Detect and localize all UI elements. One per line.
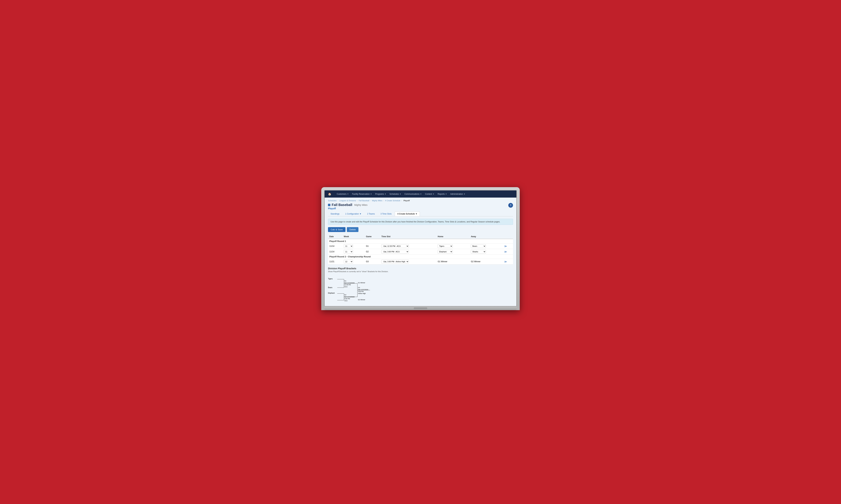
g1-home-cell: Tigers Bears Elephant Sharks	[436, 244, 469, 249]
round2-header: Playoff Round 2 - Championship Round	[328, 254, 513, 259]
breadcrumb-current: Playoff	[404, 200, 410, 202]
g1-location: ACU	[344, 286, 355, 288]
breadcrumb-fall-baseball[interactable]: Fall Baseball	[359, 200, 370, 202]
g2-timeslot-select[interactable]: -Sat, 3:00 PM - ACU -Sat, 12:30 PM - ACU…	[381, 250, 409, 253]
g3-timeslot-cell: -Sat, 3:00 PM - Airline High -Sat, 12:30…	[380, 259, 436, 265]
brackets-title: Division Playoff Brackets	[328, 267, 513, 270]
laptop-outer: 🏠 Customers ▼ Facility Reservation ▼ Pro…	[321, 187, 520, 310]
tab-teams[interactable]: 2 Teams	[365, 212, 377, 216]
table-row-g1: 11/14 11 12 G1 -Sat, 12:30 PM - ACU	[328, 244, 513, 249]
nav-reports[interactable]: Reports ▼	[436, 191, 449, 198]
create-schedule-caret: ▼	[415, 213, 417, 215]
g1-week-cell: 11 12	[342, 244, 365, 249]
help-button[interactable]: ?	[508, 203, 513, 208]
g2-away-select[interactable]: Sharks Tigers Bears Elephant	[471, 250, 486, 253]
app-title: Fall Baseball	[332, 203, 352, 207]
config-caret: ▼	[359, 213, 361, 215]
calc-save-button[interactable]: Calc & Save	[328, 227, 345, 232]
g1-timeslot-select[interactable]: -Sat, 12:30 PM - ACU -Sat, 3:00 PM - ACU…	[381, 244, 409, 248]
schedules-caret: ▼	[400, 193, 401, 195]
g2-label: G2	[344, 294, 355, 296]
g2-home-select[interactable]: Elephant Tigers Bears Sharks	[437, 250, 453, 253]
bears-label: Bears	[328, 287, 332, 288]
breadcrumb: Schedules › Leagues & Divisions › Fall B…	[328, 200, 513, 202]
g1-date: 11/14	[328, 244, 342, 249]
g2-expand: ≫	[503, 249, 513, 254]
tab-configuration[interactable]: 1 Configuration ▼	[343, 212, 364, 216]
g3-label: G3	[358, 287, 368, 289]
breadcrumb-leagues[interactable]: Leagues & Divisions	[339, 200, 356, 202]
nav-communications[interactable]: Communications ▼	[403, 191, 423, 198]
g1-game: G1	[365, 244, 380, 249]
g2-location: ACU	[344, 300, 355, 302]
nav-programs[interactable]: Programs ▼	[374, 191, 388, 198]
g2-bracket-info: G2 Sat 11/14/2020 3:00 PM ACU	[344, 294, 355, 302]
g3-week-select[interactable]: 12 11	[344, 260, 353, 264]
g2-week-select[interactable]: 11 12	[344, 250, 353, 253]
g2-timeslot-cell: -Sat, 3:00 PM - ACU -Sat, 12:30 PM - ACU…	[380, 249, 436, 254]
col-actions	[503, 234, 513, 239]
round1-label: Playoff Round 1	[328, 239, 513, 244]
delete-button[interactable]: Delete	[347, 227, 359, 232]
g1-bracket-info: G1 Sat 11/14/2020 12:30 PM ACU	[344, 280, 355, 288]
laptop-base	[324, 306, 517, 310]
col-game: Game	[365, 234, 380, 239]
content-area: Schedules › Leagues & Divisions › Fall B…	[325, 198, 516, 306]
home-button[interactable]: 🏠	[326, 191, 333, 197]
playoff-label: Playoff	[328, 207, 367, 210]
facility-caret: ▼	[371, 193, 372, 195]
g2-away-cell: Sharks Tigers Bears Elephant	[469, 249, 502, 254]
breadcrumb-mighty-mites[interactable]: Mighty Mites	[372, 200, 382, 202]
communications-caret: ▼	[420, 193, 422, 195]
programs-caret: ▼	[385, 193, 386, 195]
breadcrumb-create-schedule[interactable]: 4 Create Schedule	[385, 200, 400, 202]
g2-expand-icon[interactable]: ≫	[504, 250, 507, 253]
col-date: Date	[328, 234, 342, 239]
reports-caret: ▼	[445, 193, 447, 195]
breadcrumb-sep1: ›	[338, 200, 338, 202]
outer-frame: 🏠 Customers ▼ Facility Reservation ▼ Pro…	[311, 180, 530, 324]
g3-timeslot-select[interactable]: -Sat, 3:00 PM - Airline High -Sat, 12:30…	[381, 260, 409, 264]
round2-label: Playoff Round 2 - Championship Round	[328, 254, 513, 259]
g3-home: G1 Winner	[436, 259, 469, 265]
title-checkbox	[328, 204, 330, 206]
customers-caret: ▼	[347, 193, 349, 195]
nav-facility-reservation[interactable]: Facility Reservation ▼	[350, 191, 374, 198]
schedule-table: Date Week Game Time Slot Home Away Playo	[328, 234, 513, 265]
g3-bracket-info: G3 Sat 11/21/2020 3:00 PM Airline High	[358, 287, 368, 295]
g3-date: 11/21	[328, 259, 342, 265]
tigers-label: Tigers	[328, 278, 332, 280]
breadcrumb-sep4: ›	[383, 200, 384, 202]
g3-expand-icon[interactable]: ≫	[504, 260, 507, 263]
nav-administration[interactable]: Administration ▼	[449, 191, 467, 198]
nav-content[interactable]: Content ▼	[423, 191, 436, 198]
g3-expand: ≫	[503, 259, 513, 265]
g3-week-cell: 12 11	[342, 259, 365, 265]
col-home: Home	[436, 234, 469, 239]
g1-away-select[interactable]: Bears Tigers Elephant Sharks	[471, 244, 486, 248]
elephant-label: Elephant	[328, 292, 334, 294]
nav-customers[interactable]: Customers ▼	[335, 191, 350, 198]
tab-time-slots[interactable]: 3 Time Slots	[378, 212, 394, 216]
g2-time: 3:00 PM	[344, 298, 355, 300]
g1-expand-icon[interactable]: ≫	[504, 245, 507, 248]
g1-week-select[interactable]: 11 12	[344, 244, 353, 248]
page-title: Fall Baseball Mighty Mites	[328, 203, 367, 207]
breadcrumb-schedules[interactable]: Schedules	[328, 200, 337, 202]
table-header-row: Date Week Game Time Slot Home Away	[328, 234, 513, 239]
g1-away-cell: Bears Tigers Elephant Sharks	[469, 244, 502, 249]
g3-time: 3:00 PM	[358, 291, 368, 293]
info-box: Use this page to create and edit the Pla…	[328, 219, 513, 225]
g1-home-select[interactable]: Tigers Bears Elephant Sharks	[437, 244, 453, 248]
g3-location: Airline High	[358, 293, 368, 295]
g3-details: Sat 11/21/2020	[358, 289, 368, 291]
table-row-g2: 11/14 11 12 G2 -Sat, 3:00 PM - ACU	[328, 249, 513, 254]
action-buttons: Calc & Save Delete	[328, 227, 513, 232]
tab-create-schedule[interactable]: 4 Create Schedule ▼	[395, 212, 420, 216]
g1-expand: ≫	[503, 244, 513, 249]
page-title-area: Fall Baseball Mighty Mites Playoff	[328, 203, 367, 210]
nav-schedules[interactable]: Schedules ▼	[388, 191, 403, 198]
administration-caret: ▼	[464, 193, 465, 195]
g1-winner-label: G1 Winner	[358, 282, 365, 284]
tab-standings[interactable]: Standings	[328, 212, 342, 216]
